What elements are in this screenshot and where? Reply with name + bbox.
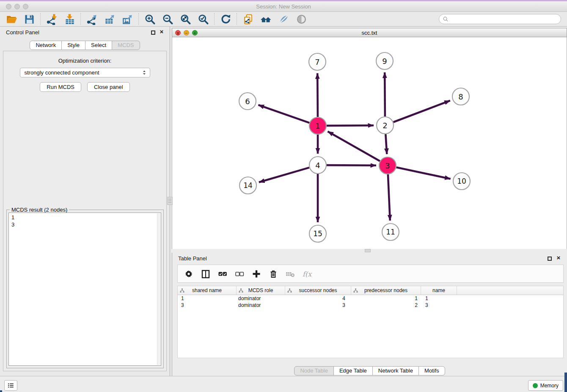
export-network-button[interactable] [83, 12, 101, 26]
edge-2-8[interactable] [394, 101, 450, 122]
network-canvas[interactable]: 7968124314101511 [172, 37, 567, 249]
zoom-selected-button[interactable] [194, 12, 212, 26]
import-network-button[interactable] [43, 12, 61, 26]
graph-node-14[interactable]: 14 [239, 177, 256, 194]
search-field[interactable] [439, 14, 561, 24]
contrast-eye-button[interactable] [292, 12, 310, 26]
mcds-result-text[interactable]: 1 3 [8, 213, 161, 366]
close-table-panel-icon[interactable]: × [556, 254, 561, 261]
export-image-button[interactable] [118, 12, 136, 26]
show-columns-button[interactable] [200, 268, 211, 279]
graph-node-7[interactable]: 7 [309, 53, 326, 70]
import-table-button[interactable] [61, 12, 78, 26]
edge-3-11[interactable] [388, 174, 390, 221]
column-header-mcds-role[interactable]: MCDS role [237, 286, 285, 295]
delete-row-trash-button[interactable] [267, 268, 279, 279]
column-header-shared-name[interactable]: shared name [178, 286, 237, 295]
table-cell[interactable]: 3 [421, 302, 457, 309]
edge-1-6[interactable] [259, 105, 310, 123]
edge-1-7[interactable] [317, 73, 318, 117]
add-row-plus-button[interactable] [250, 268, 262, 279]
edge-4-14[interactable] [259, 168, 309, 182]
zoom-out-button[interactable] [159, 12, 176, 26]
hide-graphics-details-button[interactable] [275, 12, 292, 26]
horizontal-splitter[interactable] [172, 249, 567, 253]
hierarchy-sort-icon[interactable] [353, 288, 358, 293]
tab-network[interactable]: Network [30, 41, 62, 50]
edge-3-1[interactable] [328, 131, 380, 161]
window-title: Session: New Session [0, 1, 567, 12]
network-graph[interactable]: 7968124314101511 [172, 37, 567, 249]
vertical-splitter-grip[interactable] [167, 197, 173, 205]
search-input[interactable] [449, 15, 561, 23]
graph-node-11[interactable]: 11 [382, 224, 399, 240]
hierarchy-sort-icon[interactable] [239, 288, 243, 293]
column-header-name[interactable]: name [421, 286, 457, 295]
refresh-view-button[interactable] [217, 12, 234, 26]
status-bar: Memory [0, 376, 567, 392]
open-folder-button[interactable] [3, 12, 20, 26]
hierarchy-sort-icon[interactable] [287, 288, 292, 293]
deselect-all-checkboxes-button[interactable] [234, 268, 245, 279]
task-history-button[interactable] [4, 380, 17, 391]
tab-select[interactable]: Select [85, 41, 112, 50]
node-table[interactable]: shared nameMCDS rolesuccessor nodesprede… [177, 286, 564, 358]
memory-button[interactable]: Memory [528, 380, 563, 391]
edge-1-2[interactable] [327, 125, 374, 126]
close-panel-button[interactable]: Close panel [87, 82, 130, 92]
table-cell[interactable]: 1 [178, 295, 237, 302]
application-window: Session: New Session Control Panel × Net… [0, 0, 567, 392]
tab-motifs[interactable]: Motifs [418, 366, 445, 375]
graph-node-6[interactable]: 6 [239, 93, 256, 110]
table-cell[interactable]: 3 [178, 302, 237, 309]
edge-4-3[interactable] [327, 165, 376, 166]
column-header-predecessor-nodes[interactable]: predecessor nodes [351, 286, 421, 295]
graph-node-3[interactable]: 3 [379, 157, 396, 174]
float-table-panel-icon[interactable] [548, 256, 553, 261]
close-panel-icon[interactable]: × [159, 28, 165, 35]
criterion-select[interactable]: strongly connected component [20, 68, 150, 77]
clone-network-button[interactable] [239, 12, 257, 26]
tab-node-table[interactable]: Node Table [294, 366, 334, 375]
table-cell[interactable] [457, 295, 563, 302]
edge-3-10[interactable] [396, 167, 451, 179]
result-scrollbar[interactable] [157, 213, 160, 365]
table-cell[interactable]: dominator [237, 295, 285, 302]
graph-node-15[interactable]: 15 [309, 225, 326, 242]
run-mcds-button[interactable]: Run MCDS [40, 82, 81, 92]
graph-node-2[interactable]: 2 [377, 117, 394, 134]
table-row[interactable]: 1dominator411 [178, 295, 563, 302]
tab-edge-table[interactable]: Edge Table [333, 366, 373, 375]
table-cell[interactable]: 1 [421, 295, 457, 302]
graph-node-1[interactable]: 1 [309, 117, 326, 134]
zoom-fit-button[interactable] [176, 12, 194, 26]
tab-style[interactable]: Style [61, 41, 85, 50]
tab-mcds[interactable]: MCDS [112, 41, 140, 50]
settings-gear-button[interactable] [183, 268, 194, 279]
graph-node-8[interactable]: 8 [452, 88, 469, 105]
table-cell[interactable]: 1 [351, 295, 421, 302]
table-row[interactable]: 3dominator323 [178, 302, 563, 309]
hierarchy-sort-icon[interactable] [180, 288, 184, 293]
homes-button[interactable] [257, 12, 275, 26]
tab-network-table[interactable]: Network Table [372, 366, 419, 375]
graph-node-10[interactable]: 10 [453, 173, 470, 190]
column-header-successor-nodes[interactable]: successor nodes [285, 286, 351, 295]
float-panel-icon[interactable] [151, 30, 156, 35]
export-table-button[interactable] [101, 12, 118, 26]
graph-node-4[interactable]: 4 [309, 157, 326, 174]
select-all-checkboxes-button[interactable] [217, 268, 228, 279]
edge-2-9[interactable] [385, 72, 385, 116]
network-window-titlebar[interactable]: x − + scc.txt [172, 28, 567, 37]
table-cell[interactable] [457, 302, 563, 309]
table-cell[interactable]: 4 [285, 295, 351, 302]
table-cell[interactable]: 3 [285, 302, 351, 309]
zoom-in-button[interactable] [141, 12, 159, 26]
horizontal-splitter-grip[interactable] [365, 249, 371, 252]
table-cell[interactable]: dominator [237, 302, 285, 309]
table-cell[interactable]: 2 [351, 302, 421, 309]
graph-node-9[interactable]: 9 [376, 52, 393, 69]
edge-2-3[interactable] [385, 134, 387, 154]
save-session-button[interactable] [20, 12, 38, 26]
table-toolbar: f(x) [177, 265, 564, 283]
